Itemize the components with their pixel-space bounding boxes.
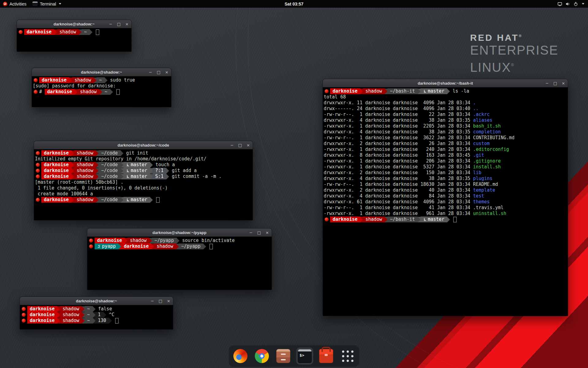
titlebar[interactable]: darknoise@shadow:~/code − □ ×	[34, 141, 253, 149]
terminal-text: -rwxrwxr-x. 1 darknoise darknoise 240 Ja…	[324, 147, 473, 152]
close-button[interactable]: ×	[562, 81, 565, 85]
show-apps-icon	[341, 349, 355, 363]
minimize-button[interactable]: −	[545, 81, 549, 85]
minimize-button[interactable]: −	[109, 22, 112, 26]
system-menu[interactable]	[556, 0, 586, 8]
terminal-text: test	[473, 193, 484, 199]
titlebar[interactable]: darknoise@shadow:~ − □ ×	[17, 20, 131, 28]
terminal-content[interactable]: darknoiseshadow~ sudo true[sudo] passwor…	[32, 76, 171, 107]
terminal-line: darknoiseshadow~ false	[21, 306, 172, 312]
terminal-text: drwxrwxr-x. 4 darknoise darknoise 38 Jan…	[324, 176, 473, 182]
app-menu-label: Terminal	[40, 2, 56, 6]
dock	[229, 345, 359, 367]
minimize-button[interactable]: −	[149, 70, 152, 74]
close-button[interactable]: ×	[266, 231, 269, 235]
maximize-button[interactable]: □	[117, 22, 121, 26]
terminal-content[interactable]: darknoiseshadow~/pyapp source bin/activa…	[88, 237, 271, 289]
dock-firefox[interactable]	[232, 347, 249, 365]
close-button[interactable]: ×	[167, 299, 170, 303]
prompt-os-icon	[22, 307, 26, 311]
terminal-line: [sudo] password for darknoise:	[33, 83, 170, 89]
powerline-arrow	[71, 151, 74, 156]
powerline-arrow	[121, 162, 123, 168]
terminal-text	[113, 89, 116, 95]
prompt-segment: darknoise	[41, 174, 71, 179]
dock-show-apps[interactable]	[339, 347, 356, 365]
terminal-cursor	[453, 217, 457, 222]
powerline-arrow	[96, 174, 99, 179]
maximize-button[interactable]: □	[257, 231, 261, 235]
terminal-line: darknoiseshadow~	[18, 29, 130, 35]
terminal-content[interactable]: darknoiseshadow~	[17, 28, 131, 51]
dock-chrome[interactable]	[253, 347, 270, 365]
terminal-line: darknoiseshadow~/codemasterS:1 git commi…	[35, 174, 252, 179]
minimize-button[interactable]: −	[249, 231, 253, 235]
dock-files[interactable]	[275, 347, 292, 365]
terminal-text: .ackrc	[473, 112, 490, 117]
terminal-text	[153, 197, 156, 203]
titlebar[interactable]: darknoise@shadow:~/bash-it − □ ×	[323, 79, 568, 87]
terminal-text: ..	[473, 106, 479, 112]
close-button[interactable]: ×	[165, 70, 168, 74]
terminal-text: -rwxrwxr-x. 1 darknoise darknoise 2205 J…	[324, 123, 473, 129]
terminal-text	[92, 29, 95, 35]
close-button[interactable]: ×	[247, 143, 250, 147]
terminal-text: [master (root-commit) 50bcb63] .	[35, 179, 123, 185]
terminal-window-1: darknoise@shadow:~ − □ × darknoiseshadow…	[17, 20, 132, 52]
prompt-segment: shadow	[74, 162, 96, 168]
window-title: darknoise@shadow:~	[81, 70, 122, 75]
prompt-segment: shadow	[57, 29, 79, 35]
dock-toolbox[interactable]	[318, 347, 335, 365]
titlebar[interactable]: darknoise@shadow:~ − □ ×	[32, 68, 171, 76]
terminal-line: drwxrwxr-x. 4 darknoise darknoise 38 Jan…	[324, 117, 567, 123]
prompt-segment: ?:1	[153, 168, 166, 174]
terminal-text: false	[96, 306, 112, 312]
dock-terminal[interactable]	[296, 347, 313, 365]
terminal-text: git commit -a -m .	[169, 174, 222, 179]
clock[interactable]: Sat 03:57	[285, 2, 303, 6]
app-menu-terminal[interactable]: Terminal	[29, 0, 64, 8]
minimize-button[interactable]: −	[151, 299, 154, 303]
terminal-content[interactable]: darknoiseshadow~/code git initInitialize…	[34, 149, 252, 220]
terminal-text: git add a	[169, 168, 197, 174]
powerline-arrow	[177, 238, 179, 243]
terminal-text: CONTRIBUTING.md	[473, 135, 514, 141]
minimize-button[interactable]: −	[230, 143, 234, 147]
powerline-arrow	[100, 89, 102, 95]
powerline-arrow	[385, 89, 387, 94]
prompt-os-icon	[325, 217, 329, 221]
powerline-arrow	[82, 318, 85, 324]
powerline-arrow	[96, 197, 99, 203]
activities-button[interactable]: Activities	[0, 0, 29, 8]
powerline-arrow	[121, 151, 123, 156]
terminal-text: install.sh	[473, 164, 501, 170]
titlebar[interactable]: darknoise@shadow:~/pyapp − □ ×	[87, 228, 272, 237]
maximize-button[interactable]: □	[159, 299, 162, 303]
prompt-segment: ~	[85, 306, 92, 312]
terminal-line: darknoiseshadow~/pyapp source bin/activa…	[88, 238, 271, 243]
prompt-segment: shadow	[154, 243, 176, 249]
terminal-text: drwxrwxr-x. 8 darknoise darknoise 163 Ja…	[324, 152, 473, 158]
terminal-content[interactable]: darknoiseshadow~ falsedarknoiseshadow~1 …	[20, 305, 173, 329]
terminal-text: -rw-rw-r--. 1 darknoise darknoise 41 Jan…	[324, 205, 473, 211]
terminal-content[interactable]: darknoiseshadow~/bash-itmaster ls -latot…	[323, 87, 567, 316]
maximize-button[interactable]: □	[238, 143, 242, 147]
terminal-text: bash_it.sh	[473, 123, 501, 129]
terminal-line: pyappdarknoiseshadow~/pyapp	[88, 243, 271, 249]
prompt-segment: ~/pyapp	[152, 238, 176, 243]
prompt-segment: master	[123, 174, 150, 179]
prompt-segment: darknoise	[45, 89, 75, 95]
prompt-segment: ~/code	[99, 168, 120, 174]
terminal-line: drwxrwxr-x. 2 darknoise darknoise 26 Jan…	[324, 141, 567, 147]
maximize-button[interactable]: □	[157, 70, 160, 74]
maximize-button[interactable]: □	[553, 81, 557, 85]
terminal-line: 1 file changed, 0 insertions(+), 0 delet…	[35, 185, 252, 191]
close-button[interactable]: ×	[125, 22, 129, 26]
prompt-segment: ~/bash-it	[387, 88, 417, 94]
terminal-text: drwxrwxr-x. 4 darknoise darknoise 38 Jan…	[324, 129, 473, 135]
titlebar[interactable]: darknoise@shadow:~ − □ ×	[20, 297, 173, 305]
terminal-text: template	[473, 187, 495, 193]
prompt-segment: shadow	[74, 174, 96, 179]
brand-enterprise: ENTERPRISE	[470, 43, 558, 58]
powerline-arrow	[110, 89, 113, 95]
